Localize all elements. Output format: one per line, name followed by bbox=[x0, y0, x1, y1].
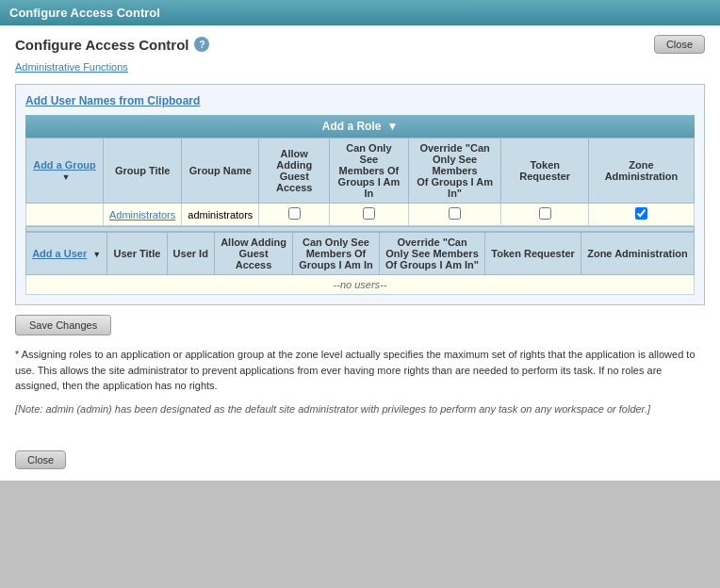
group-zone-admin-checkbox[interactable] bbox=[635, 207, 647, 220]
group-zone-admin-checkbox-cell bbox=[588, 204, 694, 226]
group-token-requester-checkbox-cell bbox=[501, 204, 588, 226]
title-bar: Configure Access Control bbox=[0, 0, 720, 25]
group-allow-guest-checkbox-cell bbox=[259, 204, 330, 226]
add-role-label: Add a Role bbox=[322, 120, 382, 133]
col-override-can-only: Override "CanOnly See MembersOf Groups I… bbox=[408, 139, 501, 204]
add-from-clipboard-link[interactable]: Add User Names from Clipboard bbox=[25, 94, 695, 107]
group-title-cell[interactable]: Administrators bbox=[103, 204, 181, 226]
add-role-funnel-icon: ▼ bbox=[386, 120, 398, 133]
group-can-only-see-checkbox-cell bbox=[330, 204, 409, 226]
notes-section: * Assigning roles to an application or a… bbox=[15, 347, 705, 416]
col-user-allow-adding-guest: Allow AddingGuestAccess bbox=[214, 233, 292, 275]
col-user-title: User Title bbox=[107, 233, 167, 275]
add-user-link[interactable]: Add a User bbox=[32, 248, 87, 259]
col-user-zone-admin: Zone Administration bbox=[581, 233, 694, 275]
main-note: * Assigning roles to an application or a… bbox=[15, 347, 705, 394]
col-user-id: User Id bbox=[167, 233, 214, 275]
group-table: Add a Group ▼ Group Title Group Name All… bbox=[25, 138, 695, 226]
save-changes-button[interactable]: Save Changes bbox=[15, 315, 111, 335]
col-add-user: Add a User ▼ bbox=[26, 233, 107, 275]
col-can-only-see-members: Can Only SeeMembers OfGroups I Am In bbox=[330, 139, 409, 204]
col-allow-adding-guest: Allow AddingGuestAccess bbox=[259, 139, 330, 204]
outer-panel: Add User Names from Clipboard Add a Role… bbox=[15, 84, 705, 305]
italic-note: [Note: admin (admin) has been designated… bbox=[15, 401, 705, 417]
col-user-override: Override "CanOnly See MembersOf Groups I… bbox=[379, 233, 484, 275]
no-users-row: --no users-- bbox=[26, 275, 695, 295]
group-row: Administrators administrators bbox=[26, 204, 695, 226]
admin-functions-link[interactable]: Administrative Functions bbox=[15, 61, 705, 73]
group-override-checkbox-cell bbox=[408, 204, 501, 226]
group-can-only-see-checkbox[interactable] bbox=[363, 207, 375, 220]
col-zone-administration-groups: Zone Administration bbox=[588, 139, 694, 204]
col-token-requester: Token Requester bbox=[501, 139, 588, 204]
add-role-header: Add a Role ▼ bbox=[25, 115, 695, 138]
help-icon[interactable]: ? bbox=[194, 37, 209, 52]
no-users-cell: --no users-- bbox=[26, 275, 695, 295]
page-title-area: Configure Access Control ? bbox=[15, 37, 209, 53]
group-override-checkbox[interactable] bbox=[449, 207, 461, 220]
title-bar-label: Configure Access Control bbox=[9, 6, 160, 20]
col-group-title: Group Title bbox=[103, 139, 181, 204]
page-title: Configure Access Control bbox=[15, 37, 188, 53]
bottom-close-area: Close bbox=[0, 439, 720, 481]
add-group-link[interactable]: Add a Group bbox=[33, 159, 96, 171]
page-header: Configure Access Control ? Close bbox=[15, 35, 705, 54]
add-group-funnel-icon: ▼ bbox=[62, 172, 71, 182]
add-user-funnel-icon: ▼ bbox=[92, 250, 101, 259]
group-token-requester-checkbox[interactable] bbox=[539, 207, 551, 220]
group-allow-guest-checkbox[interactable] bbox=[288, 207, 301, 220]
close-button-bottom[interactable]: Close bbox=[15, 450, 66, 469]
col-user-token-requester: Token Requester bbox=[485, 233, 581, 275]
col-group-name: Group Name bbox=[182, 139, 259, 204]
col-add-group: Add a Group ▼ bbox=[26, 139, 104, 204]
col-user-can-only-see: Can Only SeeMembers OfGroups I Am In bbox=[293, 233, 380, 275]
group-row-empty bbox=[26, 204, 104, 226]
group-name-cell: administrators bbox=[182, 204, 259, 226]
user-table: Add a User ▼ User Title User Id Allow Ad… bbox=[25, 232, 695, 295]
close-button-top[interactable]: Close bbox=[654, 35, 705, 54]
